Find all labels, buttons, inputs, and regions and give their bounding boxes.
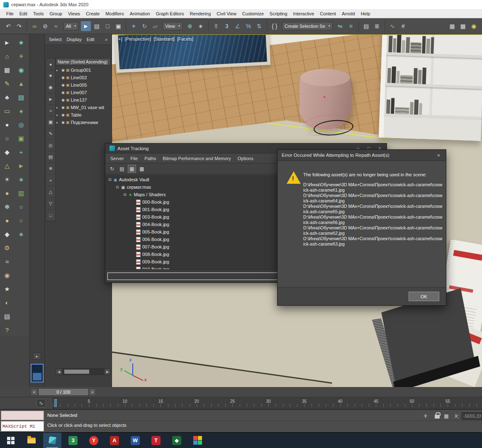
menu-animation[interactable]: Animation xyxy=(127,11,153,16)
window-crossing-icon[interactable]: ▣ xyxy=(113,21,123,31)
align-icon[interactable]: ≡ xyxy=(346,21,356,31)
eye-icon[interactable]: ◉ xyxy=(61,90,65,95)
menu-file[interactable]: File xyxy=(127,156,141,161)
close-icon[interactable]: × xyxy=(435,152,442,158)
taskbar-app-t[interactable]: T xyxy=(147,433,165,448)
selection-filter-dropdown[interactable]: All▾ xyxy=(63,22,78,30)
schematic-view-icon[interactable]: # xyxy=(398,21,408,31)
eye-icon[interactable]: ◉ xyxy=(61,83,65,87)
expand-arrow-icon[interactable]: ▸ xyxy=(56,113,60,117)
percent-snap-icon[interactable]: % xyxy=(243,21,253,31)
refresh-icon[interactable]: ↻ xyxy=(108,165,116,173)
maxscript-listener-label[interactable]: MAXScript Mi xyxy=(1,421,44,431)
tool-icon[interactable]: △ xyxy=(5,162,10,170)
tree-view-icon[interactable]: ▦ xyxy=(128,165,136,173)
bind-to-space-warp-icon[interactable]: ≈ xyxy=(51,21,61,31)
tab-display[interactable]: Display xyxy=(64,37,84,42)
tool-icon[interactable]: ☀ xyxy=(4,176,10,183)
menu-scripting[interactable]: Scripting xyxy=(267,11,290,16)
taskbar-app-mosaic[interactable] xyxy=(188,433,207,448)
asset-filename[interactable]: 001-Book.jpg xyxy=(142,207,169,212)
asset-filename[interactable]: 009-Book.jpg xyxy=(142,259,169,264)
eye-icon[interactable]: ◉ xyxy=(61,120,65,124)
viewport-layout-tab[interactable] xyxy=(31,364,44,382)
menu-modifiers[interactable]: Modifiers xyxy=(102,11,127,16)
rendered-frame-window-icon[interactable]: ▩ xyxy=(458,21,468,31)
spinner-snap-icon[interactable]: ⇅ xyxy=(254,21,264,31)
taskbar-word[interactable]: W xyxy=(126,433,144,448)
select-and-move-icon[interactable]: + xyxy=(129,21,139,31)
filter-icon[interactable]: △ xyxy=(46,186,55,198)
tool-icon[interactable]: ◉ xyxy=(4,272,10,279)
filter-icon[interactable]: ≈ xyxy=(46,105,55,117)
tool-icon[interactable]: ► xyxy=(18,162,24,169)
overflow-chevron-icon[interactable]: » xyxy=(102,37,110,42)
scrollbar-track[interactable] xyxy=(62,369,105,375)
expand-arrow-icon[interactable]: ▸ xyxy=(56,106,60,110)
viewport-menu-pov[interactable]: [Perspective] xyxy=(125,37,151,41)
menu-bitmap-performance[interactable]: Bitmap Performance and Memory xyxy=(159,156,234,161)
filter-icon[interactable]: ▽ xyxy=(46,198,55,209)
tab-edit[interactable]: Edit xyxy=(84,37,97,42)
tool-icon[interactable]: ◐ xyxy=(5,299,9,306)
collapse-icon[interactable]: ⊟ xyxy=(108,178,112,182)
taskbar-3dsmax-active[interactable] xyxy=(43,433,61,448)
tool-icon[interactable]: ⚙ xyxy=(4,244,10,252)
object-name[interactable]: Line007 xyxy=(71,90,87,95)
previous-frame-button[interactable]: < xyxy=(31,388,38,396)
tool-icon[interactable]: ○ xyxy=(19,217,23,224)
filter-icon[interactable]: ● xyxy=(46,58,55,70)
viewport-menu-shading[interactable]: [Facets] xyxy=(177,37,193,41)
select-by-name-icon[interactable]: ▤ xyxy=(92,21,102,31)
asset-filename[interactable]: 008-Book.jpg xyxy=(142,252,169,257)
unlink-selection-icon[interactable]: ⊘ xyxy=(40,21,50,31)
isolate-selection-icon[interactable]: ✛ xyxy=(421,412,430,420)
table-view-icon[interactable]: ▩ xyxy=(138,165,146,173)
tool-icon[interactable]: ☀ xyxy=(18,53,24,60)
angle-snap-icon[interactable]: ∠ xyxy=(233,21,243,31)
select-and-manipulate-icon[interactable]: ∗ xyxy=(196,21,206,31)
object-name[interactable]: Group001 xyxy=(71,68,91,73)
tool-icon[interactable]: ▭ xyxy=(4,107,10,115)
tool-icon[interactable]: ♠ xyxy=(19,107,23,114)
menu-file[interactable]: File xyxy=(3,11,17,16)
tool-icon[interactable]: ◆ xyxy=(5,231,10,238)
filter-icon[interactable]: ▤ xyxy=(46,151,55,163)
tool-icon[interactable]: ▧ xyxy=(18,94,24,101)
tree-node-label[interactable]: Autodesk Vault xyxy=(119,177,149,182)
x-coordinate-field[interactable]: -5655,33 xyxy=(462,412,482,420)
redo-icon[interactable]: ↷ xyxy=(14,21,24,31)
reference-coordinate-dropdown[interactable]: View▾ xyxy=(163,22,183,30)
object-name[interactable]: Line002 xyxy=(71,75,87,80)
tool-icon[interactable]: ✎ xyxy=(5,80,10,88)
tool-icon[interactable]: ○ xyxy=(5,135,9,142)
mirror-icon[interactable]: ⇋ xyxy=(335,21,345,31)
tool-icon[interactable]: ▤ xyxy=(4,313,10,320)
eye-icon[interactable]: ◉ xyxy=(61,113,65,117)
tool-icon[interactable]: ★ xyxy=(4,285,10,293)
tool-icon[interactable]: ⌂ xyxy=(5,53,9,60)
eye-icon[interactable]: ◉ xyxy=(61,75,65,80)
tree-node-label[interactable]: Maps / Shaders xyxy=(134,192,166,197)
name-column-header[interactable]: Name (Sorted Ascending) xyxy=(56,58,111,66)
selection-set-dropdown[interactable]: Create Selection Se▾ xyxy=(282,22,333,30)
tool-icon[interactable]: ▲ xyxy=(18,80,24,87)
tool-icon[interactable]: ◆ xyxy=(5,149,10,156)
asset-filename[interactable]: 004-Book.jpg xyxy=(142,222,169,227)
time-slider[interactable]: 0 / 100 xyxy=(38,388,89,396)
bookshelf[interactable] xyxy=(379,34,482,141)
list-item[interactable]: ◉▣Line005 xyxy=(56,81,111,89)
help-tool-icon[interactable]: ? xyxy=(5,326,9,334)
list-item[interactable]: ▸◉▣Подсвечники xyxy=(56,119,111,126)
menu-interactive[interactable]: Interactive xyxy=(290,11,317,16)
list-item[interactable]: ◉▣Line007 xyxy=(56,89,111,96)
filter-icon[interactable]: ► xyxy=(46,93,55,105)
filter-icon[interactable]: + xyxy=(46,175,55,186)
curve-editor-icon[interactable]: ∿ xyxy=(387,21,397,31)
scroll-left-icon[interactable]: ◀ xyxy=(56,369,62,375)
tool-icon[interactable]: ▦ xyxy=(4,66,10,74)
undo-icon[interactable]: ↶ xyxy=(3,21,13,31)
filter-icon[interactable]: ✎ xyxy=(46,128,55,140)
eye-icon[interactable]: ◉ xyxy=(61,105,65,110)
layer-explorer-toggle-icon[interactable]: ≣ xyxy=(372,21,382,31)
